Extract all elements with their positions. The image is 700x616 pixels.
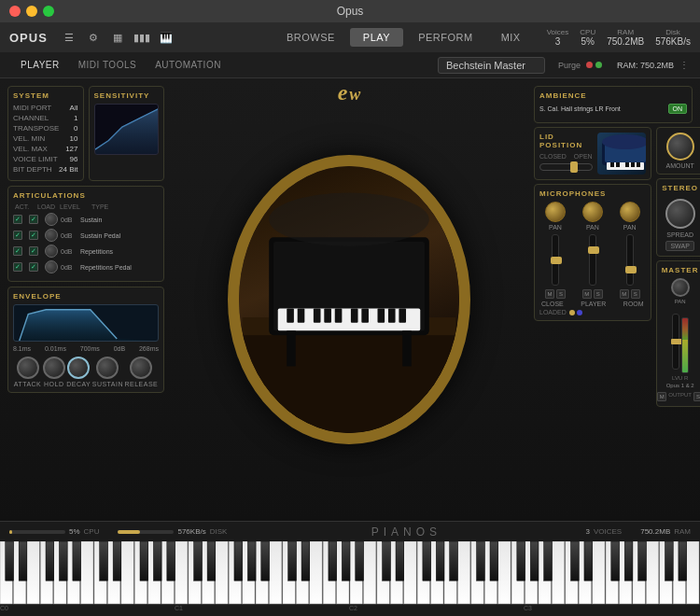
master-m-button[interactable]: M: [657, 392, 666, 401]
lid-position-panel: LID POSITION CLOSED OPEN: [534, 127, 651, 180]
ram-bar-label: RAM: [674, 527, 691, 536]
window-controls[interactable]: [9, 6, 54, 17]
title-bar: Opus: [0, 0, 700, 22]
key-label-c0: C0: [0, 605, 8, 611]
hold-knob[interactable]: [43, 357, 65, 379]
voices-value: 3: [555, 36, 561, 47]
amount-label: AMOUNT: [665, 162, 693, 169]
cpu-progress-bar: [9, 530, 65, 534]
system-title: SYSTEM: [13, 91, 78, 100]
mic-player-fader[interactable]: [589, 234, 596, 286]
subnav-player[interactable]: PLAYER: [11, 57, 69, 73]
artic-load-1[interactable]: ✓: [29, 231, 38, 240]
keyboard[interactable]: [0, 541, 700, 605]
mic-close-fader[interactable]: [552, 234, 559, 286]
stereo-spread-knob[interactable]: [665, 199, 695, 229]
svg-rect-2: [243, 327, 456, 433]
options-icon[interactable]: ⋮: [679, 60, 689, 70]
hold-knob-group: HOLD: [43, 357, 65, 387]
master-fader[interactable]: [672, 314, 679, 370]
artic-act-2[interactable]: ✓: [13, 246, 22, 256]
keyboard-section: C0 C1 C2 C3: [0, 541, 700, 616]
nav-mix[interactable]: MIX: [488, 28, 534, 47]
maximize-button[interactable]: [43, 6, 54, 17]
nav-browse[interactable]: BROWSE: [273, 28, 348, 47]
artic-row-2: ✓ ✓ 0dB Repetitions: [13, 245, 159, 258]
subnav-automation[interactable]: AUTOMATION: [146, 57, 231, 73]
artic-load-3[interactable]: ✓: [29, 262, 38, 272]
close-button[interactable]: [9, 6, 21, 17]
cpu-progress-fill: [9, 530, 12, 534]
svg-rect-12: [335, 309, 343, 323]
mic-room-fader[interactable]: [626, 234, 634, 286]
settings-icon[interactable]: ⚙: [83, 27, 104, 48]
release-label: RELEASE: [124, 381, 158, 387]
artic-knob-1[interactable]: [45, 229, 58, 242]
hamburger-icon[interactable]: ☰: [59, 27, 79, 48]
sustain-knob[interactable]: [96, 357, 119, 379]
nav-play[interactable]: PLAY: [350, 28, 403, 47]
app-logo: OPUS: [9, 31, 48, 45]
amount-panel: AMOUNT: [656, 127, 700, 175]
ram-dot-2: [595, 62, 602, 68]
chart-icon[interactable]: ▮▮▮: [132, 27, 152, 48]
mic-player-knob[interactable]: [582, 202, 603, 222]
artic-act-3[interactable]: ✓: [13, 262, 22, 272]
channel-label: CHANNEL: [13, 114, 49, 122]
master-pan-knob[interactable]: [671, 278, 690, 297]
artic-act-1[interactable]: ✓: [13, 231, 22, 240]
svg-marker-0: [95, 109, 158, 154]
env-val-4: 268ms: [139, 345, 159, 352]
mic-room-s[interactable]: S: [631, 289, 640, 299]
ambience-panel: AMBIENCE S. Cal. Hall strings LR Front O…: [534, 86, 693, 123]
minimize-button[interactable]: [26, 6, 37, 17]
mic-room-knob[interactable]: [620, 202, 640, 222]
release-knob[interactable]: [130, 357, 152, 379]
ambience-preset: S. Cal. Hall strings LR Front: [539, 105, 665, 112]
mirror-inner: [239, 166, 459, 433]
voices-bar-value: 3: [586, 527, 590, 536]
env-val-2: 700ms: [80, 345, 100, 352]
right-panel: AMBIENCE S. Cal. Hall strings LR Front O…: [534, 86, 693, 513]
vel-max-label: VEL. MAX: [13, 145, 48, 153]
attack-knob[interactable]: [17, 357, 39, 379]
lid-position-slider[interactable]: [539, 163, 593, 171]
sensitivity-graph[interactable]: [94, 104, 160, 155]
mic-room-m[interactable]: M: [620, 289, 629, 299]
svg-rect-14: [361, 309, 369, 323]
performance-stats: Voices 3 CPU 5% RAM 750.2MB Disk 576KB/s: [547, 28, 691, 47]
artic-knob-3[interactable]: [45, 260, 58, 273]
artic-load-2[interactable]: ✓: [29, 246, 38, 256]
mic-close-m[interactable]: M: [545, 289, 554, 299]
svg-rect-16: [388, 309, 396, 323]
decay-knob[interactable]: [67, 357, 90, 379]
transpose-label: TRANSPOSE: [13, 124, 59, 133]
close-label: CLOSE: [541, 301, 564, 307]
vu-label: LVU R: [672, 375, 688, 381]
artic-load-0[interactable]: ✓: [29, 215, 38, 224]
master-s-button[interactable]: S: [693, 392, 700, 401]
mic-player-m[interactable]: M: [582, 289, 592, 299]
decay-label: DECAY: [66, 381, 91, 387]
left-panel: SYSTEM MIDI PORT All CHANNEL 1 TRANSPOSE…: [7, 86, 164, 513]
mic-close-s[interactable]: S: [556, 289, 566, 299]
mic-close-knob[interactable]: [545, 202, 566, 222]
envelope-graph[interactable]: [13, 304, 159, 342]
subnav-midi-tools[interactable]: MIDI TOOLS: [69, 57, 146, 73]
stereo-swap-button[interactable]: SWAP: [665, 241, 693, 251]
midi-port-value: All: [70, 104, 78, 112]
attack-knob-group: ATTACK: [14, 357, 42, 387]
purge-button[interactable]: Purge: [558, 61, 581, 70]
preset-name-display[interactable]: Bechstein Master: [438, 57, 545, 74]
layout-icon[interactable]: ▦: [107, 27, 128, 48]
cpu-bar-value: 5%: [69, 527, 80, 536]
piano-icon[interactable]: 🎹: [156, 27, 176, 48]
amount-knob[interactable]: [666, 133, 694, 161]
artic-knob-2[interactable]: [45, 245, 58, 258]
mic-player-s[interactable]: S: [594, 289, 603, 299]
ambience-on-button[interactable]: ON: [668, 104, 688, 114]
artic-knob-0[interactable]: [45, 213, 58, 226]
artic-act-0[interactable]: ✓: [13, 215, 22, 224]
nav-perform[interactable]: PERFORM: [405, 28, 486, 47]
loaded-dot-2: [577, 310, 582, 315]
